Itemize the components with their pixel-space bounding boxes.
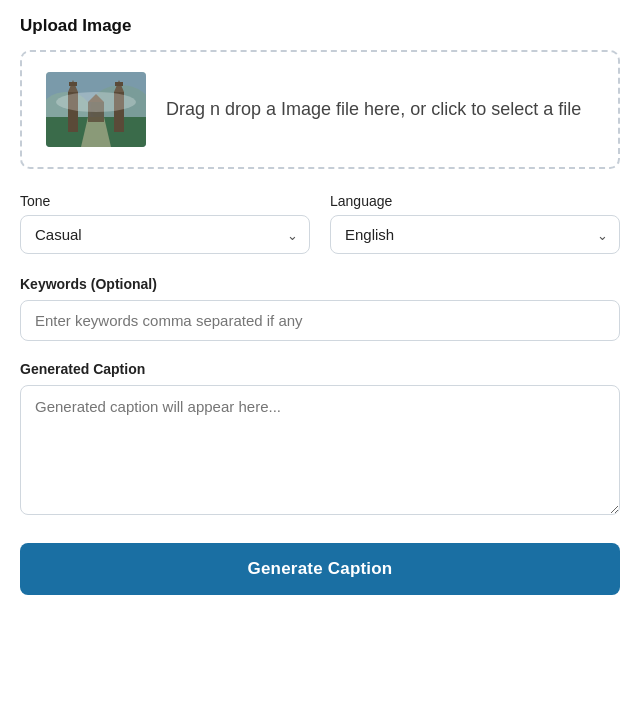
upload-thumbnail-preview [46, 72, 146, 147]
generate-caption-button[interactable]: Generate Caption [20, 543, 620, 595]
svg-rect-9 [115, 82, 123, 86]
language-field-group: Language English Spanish French German P… [330, 193, 620, 254]
tone-field-group: Tone Casual Formal Humorous Professional… [20, 193, 310, 254]
keywords-input[interactable] [20, 300, 620, 341]
upload-dropzone[interactable]: Drag n drop a Image file here, or click … [20, 50, 620, 169]
keywords-section: Keywords (Optional) [20, 276, 620, 341]
tone-select-wrapper: Casual Formal Humorous Professional Insp… [20, 215, 310, 254]
tone-label: Tone [20, 193, 310, 209]
language-select[interactable]: English Spanish French German Portuguese [330, 215, 620, 254]
tone-select[interactable]: Casual Formal Humorous Professional Insp… [20, 215, 310, 254]
svg-point-13 [56, 92, 136, 112]
page-title: Upload Image [20, 16, 620, 36]
upload-instructions: Drag n drop a Image file here, or click … [166, 97, 581, 122]
svg-rect-6 [69, 82, 77, 86]
language-select-wrapper: English Spanish French German Portuguese… [330, 215, 620, 254]
caption-label: Generated Caption [20, 361, 620, 377]
caption-section: Generated Caption [20, 361, 620, 519]
language-label: Language [330, 193, 620, 209]
keywords-label: Keywords (Optional) [20, 276, 620, 292]
caption-textarea[interactable] [20, 385, 620, 515]
dropdowns-row: Tone Casual Formal Humorous Professional… [20, 193, 620, 254]
